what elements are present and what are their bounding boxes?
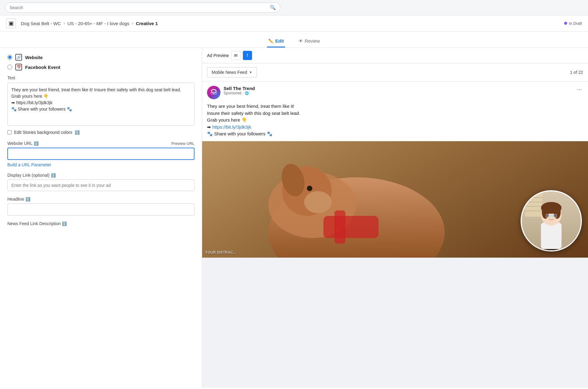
headline-info-icon: ℹ️ (25, 197, 30, 202)
svg-rect-10 (323, 216, 379, 238)
search-input[interactable] (9, 5, 270, 10)
display-link-info-icon: ℹ️ (51, 173, 56, 178)
news-feed-desc-label-text: News Feed Link Description (7, 221, 61, 226)
globe-icon: 🌐 (245, 91, 249, 95)
ad-text-url[interactable]: https://bit.ly/3jdk3jk (212, 124, 251, 130)
website-url-input[interactable] (7, 148, 194, 160)
website-radio[interactable] (7, 55, 12, 60)
sponsored-row: Sponsored · 🌐 (224, 91, 572, 95)
ad-preview-header: Ad Preview ✉ f (202, 48, 588, 63)
tabs-bar: ✏️ Edit 👁 Review (0, 32, 588, 48)
display-link-section: Display Link (optional) ℹ️ (7, 173, 194, 191)
stories-checkbox[interactable] (7, 130, 12, 134)
sponsored-label: Sponsored (224, 91, 241, 95)
text-area[interactable]: They are your best friend, treat them li… (7, 83, 194, 126)
headline-input[interactable] (7, 203, 194, 216)
svg-point-26 (547, 215, 549, 217)
mobile-newsfeed-button[interactable]: Mobile News Feed ▼ (207, 67, 257, 77)
stories-checkbox-row[interactable]: Edit Stories background colors ℹ️ (7, 130, 194, 135)
preview-icon-btn-2[interactable]: f (243, 51, 252, 60)
edit-icon: ✏️ (268, 39, 273, 43)
url-section-header: Website URL ℹ️ Preview URL (7, 141, 194, 146)
app-logo: ▣ (6, 18, 16, 28)
ad-text-arrow: ➡ (207, 124, 212, 130)
brand-logo (207, 86, 221, 99)
in-draft-label: In Draft (569, 21, 582, 26)
svg-point-8 (304, 191, 332, 213)
sponsored-separator: · (243, 91, 243, 95)
ad-card-header: Sell The Trend Sponsored · 🌐 ··· (202, 81, 588, 102)
mobile-newsfeed-label: Mobile News Feed (212, 70, 247, 75)
tab-review[interactable]: 👁 Review (297, 35, 321, 47)
video-overlay (521, 190, 582, 251)
left-panel: 🔗 Website 📅 Facebook Event Text They are… (0, 48, 202, 388)
ad-body-text: They are your best friend, treat them li… (202, 102, 588, 141)
preview-controls: Mobile News Feed ▼ 1 of 22 (202, 63, 588, 81)
tab-edit-label: Edit (275, 38, 284, 43)
headline-section: Headline ℹ️ (7, 197, 194, 216)
preview-url-link[interactable]: Preview URL (171, 141, 194, 146)
breadcrumb-separator-1: › (63, 21, 65, 26)
fb-event-label: Facebook Event (25, 65, 60, 70)
svg-point-22 (554, 206, 561, 218)
fb-event-radio[interactable] (7, 65, 12, 70)
svg-point-27 (554, 215, 556, 217)
headline-label-text: Headline (7, 197, 24, 202)
ad-image-area: YOUR DISTRAC... (202, 141, 588, 258)
headline-label: Headline ℹ️ (7, 197, 194, 202)
news-feed-desc-label: News Feed Link Description ℹ️ (7, 221, 194, 226)
display-link-input[interactable] (7, 179, 194, 191)
ad-overlay-text: YOUR DISTRAC... (205, 250, 236, 255)
news-feed-desc-info-icon: ℹ️ (62, 221, 67, 226)
in-draft-badge: In Draft (564, 21, 582, 26)
page-count: 1 of 22 (570, 70, 583, 75)
svg-rect-11 (334, 210, 345, 244)
review-icon: 👁 (299, 39, 303, 43)
breadcrumb: ▣ Dog Seat Belt - WC › US - 20-65+ - MF … (0, 15, 588, 32)
more-options-button[interactable]: ··· (575, 86, 583, 93)
in-draft-dot (564, 22, 567, 25)
stories-label: Edit Stories background colors (14, 130, 72, 135)
ad-card: Sell The Trend Sponsored · 🌐 ··· They ar… (202, 81, 588, 258)
ad-text-line1: They are your best friend, treat them li… (207, 104, 294, 109)
url-info-icon: ℹ️ (34, 141, 39, 146)
ad-preview-title: Ad Preview (207, 53, 229, 58)
breadcrumb-separator-2: › (132, 21, 133, 26)
search-bar: 🔍 (0, 0, 588, 15)
destination-website[interactable]: 🔗 Website (7, 54, 194, 61)
text-section-label: Text (7, 75, 194, 80)
svg-point-21 (542, 206, 549, 218)
person-silhouette (522, 191, 581, 250)
tab-edit[interactable]: ✏️ Edit (267, 35, 285, 47)
url-label-text: Website URL (7, 141, 32, 146)
breadcrumb-item-3[interactable]: Creative 1 (136, 21, 158, 26)
build-url-link[interactable]: Build a URL Parameter (7, 162, 51, 167)
website-url-section: Website URL ℹ️ Preview URL (7, 141, 194, 160)
website-label: Website (25, 55, 43, 60)
website-icon: 🔗 (15, 54, 22, 61)
brand-info: Sell The Trend Sponsored · 🌐 (224, 86, 572, 95)
dropdown-arrow-icon: ▼ (249, 70, 252, 74)
brand-name: Sell The Trend (224, 86, 572, 91)
svg-rect-18 (541, 222, 561, 249)
ad-text-share: 🐾 Share with your followers 🐾 (207, 131, 273, 136)
stories-info-icon: ℹ️ (75, 130, 80, 135)
breadcrumb-item-2[interactable]: US - 20-65+ - MF - I love dogs (67, 21, 129, 26)
display-link-label: Display Link (optional) ℹ️ (7, 173, 194, 178)
destination-fb-event[interactable]: 📅 Facebook Event (7, 64, 194, 70)
search-icon: 🔍 (270, 5, 276, 10)
preview-icon-btn-1[interactable]: ✉ (231, 51, 240, 60)
search-input-wrap[interactable]: 🔍 (5, 2, 281, 13)
news-feed-desc-section: News Feed Link Description ℹ️ (7, 221, 194, 226)
ad-text-line2: Insure their safety with this dog seat b… (207, 111, 300, 116)
tab-review-label: Review (305, 38, 320, 43)
breadcrumb-status: In Draft (564, 21, 582, 26)
main-layout: 🔗 Website 📅 Facebook Event Text They are… (0, 48, 588, 388)
svg-point-9 (307, 186, 312, 191)
url-label: Website URL ℹ️ (7, 141, 39, 146)
breadcrumb-item-1[interactable]: Dog Seat Belt - WC (21, 21, 61, 26)
fb-event-icon: 📅 (15, 64, 22, 70)
ad-text-line3: Grab yours here 👇 (207, 117, 247, 123)
display-link-label-text: Display Link (optional) (7, 173, 50, 178)
right-panel: Ad Preview ✉ f Mobile News Feed ▼ 1 of 2… (202, 48, 588, 388)
